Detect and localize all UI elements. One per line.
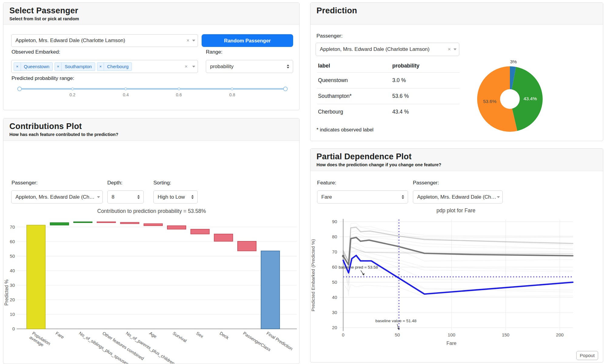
svg-text:50: 50 [10,253,15,259]
svg-text:Predicted Embarked (Predicted: Predicted Embarked (Predicted %) [310,239,316,312]
svg-text:Fare: Fare [55,331,65,340]
chevron-down-icon[interactable] [97,196,100,198]
contrib-passenger-select[interactable]: Appleton, Mrs. Edward Dale (Charlotte La… [11,190,103,204]
remove-tag-icon[interactable]: × [55,63,62,71]
svg-text:Populationaverage: Populationaverage [28,331,51,350]
cell-label: Queenstown [317,77,392,84]
range-select[interactable]: probability [206,60,293,73]
pdp-header: Partial Dependence Plot How does the pre… [310,149,603,171]
svg-text:Other features combined: Other features combined [102,331,145,361]
svg-text:Fare: Fare [447,341,457,346]
select-passenger-card: Select Passenger Select from list or pic… [3,2,300,110]
tag-cherbourg: × Cherbourg [97,62,132,71]
cell-label: Southampton* [317,93,392,99]
svg-text:70: 70 [10,224,15,230]
tag-label: Queenstown [21,64,52,69]
col-header-probability: probability [392,63,419,69]
chevron-down-icon[interactable] [192,40,195,41]
contrib-passenger-label: Passenger: [12,180,38,186]
svg-text:60: 60 [332,264,337,270]
prediction-pie-chart[interactable]: 3%43.4%53.6% [447,45,580,141]
col-header-label: label [317,63,392,69]
passenger-select[interactable]: Appleton, Mrs. Edward Dale (Charlotte La… [11,34,198,47]
svg-text:Sex: Sex [195,331,204,339]
svg-text:baseline pred = 53.58: baseline pred = 53.58 [339,265,378,270]
table-row: Cherbourg 43.4 % [317,104,460,120]
svg-text:200: 200 [556,332,564,337]
pdp-chart-title: pdp plot for Fare [310,207,601,214]
slider-dot [178,88,180,90]
svg-text:60: 60 [10,239,15,244]
pdp-subtitle: How does the prediction change if you ch… [316,162,597,167]
cell-probability: 53.6 % [392,93,409,99]
chevron-down-icon[interactable] [497,196,500,198]
clear-icon[interactable]: × [186,38,189,44]
contributions-card: Contributions Plot How has each feature … [3,118,300,364]
slider-mark-label: 0.8 [229,92,235,97]
pdp-feature-value: Fare [321,194,402,200]
svg-text:50: 50 [395,332,400,337]
passenger-select-value: Appleton, Mrs. Edward Dale (Charlotte La… [15,38,184,44]
contributions-chart[interactable]: 010203040506070Predicted %Populationaver… [3,215,300,364]
slider-mark-label: 0.2 [69,92,75,97]
contrib-depth-select[interactable]: 8 [107,190,144,204]
select-passenger-header: Select Passenger Select from list or pic… [3,3,299,25]
tag-queenstown: × Queenstown [14,62,53,71]
random-passenger-button[interactable]: Random Passenger [202,34,293,47]
observed-embarked-label: Observed Embarked: [12,49,60,55]
svg-text:100: 100 [448,332,455,337]
range-label: Range: [206,49,223,55]
svg-text:20: 20 [332,325,337,330]
chevron-down-icon[interactable] [192,66,195,68]
contributions-chart-title: Contribution to prediction probability =… [3,208,300,214]
slider-handle-max[interactable] [283,87,288,91]
select-arrows-icon [191,195,194,199]
contrib-sorting-select[interactable]: High to Low [153,190,198,204]
popout-button[interactable]: Popout [576,351,598,360]
slider-dot [124,88,127,90]
svg-text:30: 30 [332,310,337,315]
pdp-title: Partial Dependence Plot [316,152,597,161]
svg-text:43.4%: 43.4% [524,96,537,101]
pdp-passenger-select[interactable]: Appleton, Mrs. Edward Dale (Charlotte La… [413,190,503,204]
cell-probability: 3.0 % [392,77,406,84]
tag-label: Cherbourg [104,64,132,69]
svg-text:No_of_siblings_plus_spouses_on: No_of_siblings_plus_spouses_on_board [78,331,147,364]
svg-text:baseline value = 51.48: baseline value = 51.48 [375,319,416,323]
svg-text:10: 10 [10,312,15,317]
select-arrows-icon [287,65,289,68]
cell-label: Cherbourg [317,109,392,115]
remove-tag-icon[interactable]: × [97,63,104,71]
tag-southampton: × Southampton [55,62,95,71]
select-arrows-icon [402,195,404,199]
contrib-depth-value: 8 [112,194,137,200]
svg-text:0: 0 [12,326,15,331]
probability-range-label: Predicted probability range: [12,75,74,81]
prediction-table: label probability Queenstown 3.0 % South… [317,59,460,120]
svg-text:50: 50 [332,280,337,285]
slider-track[interactable] [19,88,285,90]
observed-label-footnote: * indicates observed label [316,127,373,133]
pdp-feature-select[interactable]: Fare [317,190,408,204]
prediction-title: Prediction [316,6,597,15]
remove-tag-icon[interactable]: × [14,63,21,71]
svg-text:No_of_parents_plus_children_on: No_of_parents_plus_children_on_board [125,331,193,364]
svg-text:150: 150 [502,332,509,337]
prediction-passenger-select[interactable]: Appleton, Mrs. Edward Dale (Charlotte La… [316,43,459,56]
clear-icon[interactable]: × [185,64,188,70]
svg-text:20: 20 [10,297,15,302]
contributions-header: Contributions Plot How has each feature … [3,118,299,141]
pdp-passenger-label: Passenger: [413,180,439,186]
pdp-chart[interactable]: 0501001502002030405060708090FarePredicte… [310,215,603,348]
slider-mark-label: 0.4 [123,92,129,97]
svg-text:53.6%: 53.6% [483,99,496,104]
slider-mark-label: 0.6 [176,92,182,97]
slider-dot [71,88,74,90]
svg-text:3%: 3% [510,59,517,64]
pdp-card: Partial Dependence Plot How does the pre… [310,148,603,362]
svg-text:80: 80 [332,234,337,239]
table-header-row: label probability [317,59,460,72]
slider-handle-min[interactable] [17,87,22,91]
prediction-passenger-label: Passenger: [316,33,343,39]
observed-embarked-multiselect[interactable]: × Queenstown × Southampton × Cherbourg × [11,60,198,73]
